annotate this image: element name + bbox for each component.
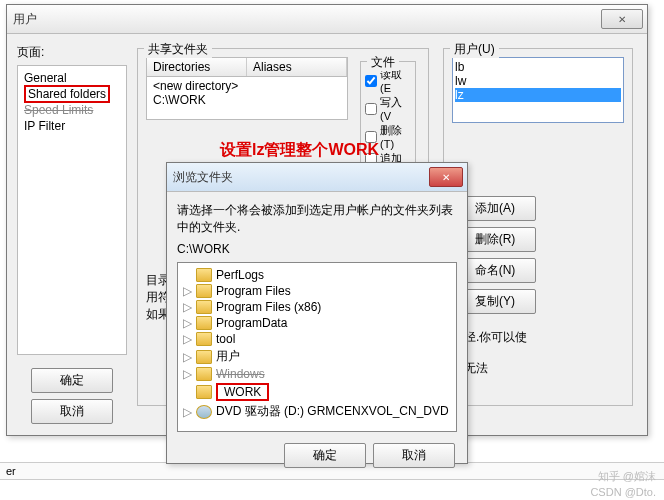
users-titlebar: 用户 ✕: [7, 5, 647, 34]
chevron-icon[interactable]: ▷: [182, 300, 192, 314]
browse-ok-button[interactable]: 确定: [284, 443, 366, 468]
tree-item-ip-filter[interactable]: IP Filter: [22, 118, 122, 134]
chevron-icon[interactable]: ▷: [182, 367, 192, 381]
user-lb[interactable]: lb: [455, 60, 621, 74]
folder-icon: [196, 300, 212, 314]
folder-icon: [196, 332, 212, 346]
user-lz[interactable]: lz: [455, 88, 621, 102]
users-group-title: 用户(U): [450, 41, 499, 58]
page-panel: 页面: General Shared folders Speed Limits …: [17, 44, 127, 427]
browse-dialog: 浏览文件夹 ✕ 请选择一个将会被添加到选定用户帐户的文件夹列表中的文件夹. C:…: [166, 162, 468, 464]
folder-label: WORK: [216, 383, 269, 401]
tree-item-shared-folders[interactable]: Shared folders: [22, 86, 122, 102]
ok-button[interactable]: 确定: [31, 368, 113, 393]
chevron-icon[interactable]: ▷: [182, 332, 192, 346]
folder-label: 用户: [216, 348, 240, 365]
browse-close-icon[interactable]: ✕: [429, 167, 463, 187]
tree-item-speed-limits[interactable]: Speed Limits: [22, 102, 122, 118]
folder-label: tool: [216, 332, 235, 346]
folder-label: PerfLogs: [216, 268, 264, 282]
annotation-text: 设置lz管理整个WORK: [220, 140, 379, 161]
folder-label: DVD 驱动器 (D:) GRMCENXVOL_CN_DVD: [216, 403, 449, 420]
page-label: 页面:: [17, 44, 127, 61]
cancel-button[interactable]: 取消: [31, 399, 113, 424]
folder-row[interactable]: ▷Program Files (x86): [182, 299, 452, 315]
browse-titlebar: 浏览文件夹 ✕: [167, 163, 467, 192]
folder-row[interactable]: ▷Program Files: [182, 283, 452, 299]
user-lw[interactable]: lw: [455, 74, 621, 88]
col-aliases[interactable]: Aliases: [247, 58, 347, 76]
folder-row[interactable]: ▷tool: [182, 331, 452, 347]
folder-icon: [196, 316, 212, 330]
folder-label: Program Files: [216, 284, 291, 298]
folder-icon: [196, 367, 212, 381]
folder-row[interactable]: ▷ProgramData: [182, 315, 452, 331]
chevron-icon[interactable]: ▷: [182, 350, 192, 364]
tree-item-general[interactable]: General: [22, 70, 122, 86]
folder-icon: [196, 268, 212, 282]
browse-cancel-button[interactable]: 取消: [373, 443, 455, 468]
folder-label: ProgramData: [216, 316, 287, 330]
watermark-zhihu: 知乎 @婠沫: [598, 469, 656, 484]
dir-header: Directories Aliases: [146, 57, 348, 77]
folder-row[interactable]: ▷DVD 驱动器 (D:) GRMCENXVOL_CN_DVD: [182, 402, 452, 421]
folder-label: Windows: [216, 367, 265, 381]
dir-row-work[interactable]: C:\WORK: [153, 93, 341, 107]
folder-icon: [196, 350, 212, 364]
dir-row-new[interactable]: <new directory>: [153, 79, 341, 93]
browse-title: 浏览文件夹: [173, 169, 233, 186]
watermark-csdn: CSDN @Dto.: [590, 486, 656, 498]
browse-instruction: 请选择一个将会被添加到选定用户帐户的文件夹列表中的文件夹.: [177, 202, 457, 236]
shared-folders-title: 共享文件夹: [144, 41, 212, 58]
folder-tree[interactable]: PerfLogs▷Program Files▷Program Files (x8…: [177, 262, 457, 432]
folder-icon: [196, 284, 212, 298]
users-group: 用户(U) lb lw lz 添加(A) 删除(R) 命名(N) 复制(Y) 路…: [443, 48, 633, 406]
page-tree[interactable]: General Shared folders Speed Limits IP F…: [17, 65, 127, 355]
perm-write[interactable]: 写入(V: [365, 95, 411, 122]
folder-row[interactable]: PerfLogs: [182, 267, 452, 283]
browse-path: C:\WORK: [177, 242, 457, 256]
chevron-icon[interactable]: ▷: [182, 284, 192, 298]
chevron-icon[interactable]: ▷: [182, 405, 192, 419]
folder-label: Program Files (x86): [216, 300, 321, 314]
folder-row[interactable]: ▷Windows: [182, 366, 452, 382]
users-title: 用户: [13, 11, 37, 28]
col-directories[interactable]: Directories: [147, 58, 247, 76]
folder-icon: [196, 385, 212, 399]
perm-read[interactable]: 读取(E: [365, 67, 411, 94]
users-list[interactable]: lb lw lz: [452, 57, 624, 123]
folder-row[interactable]: WORK: [182, 382, 452, 402]
dir-list[interactable]: <new directory> C:\WORK: [146, 77, 348, 120]
chevron-icon[interactable]: ▷: [182, 316, 192, 330]
disc-icon: [196, 405, 212, 419]
folder-row[interactable]: ▷用户: [182, 347, 452, 366]
close-icon[interactable]: ✕: [601, 9, 643, 29]
